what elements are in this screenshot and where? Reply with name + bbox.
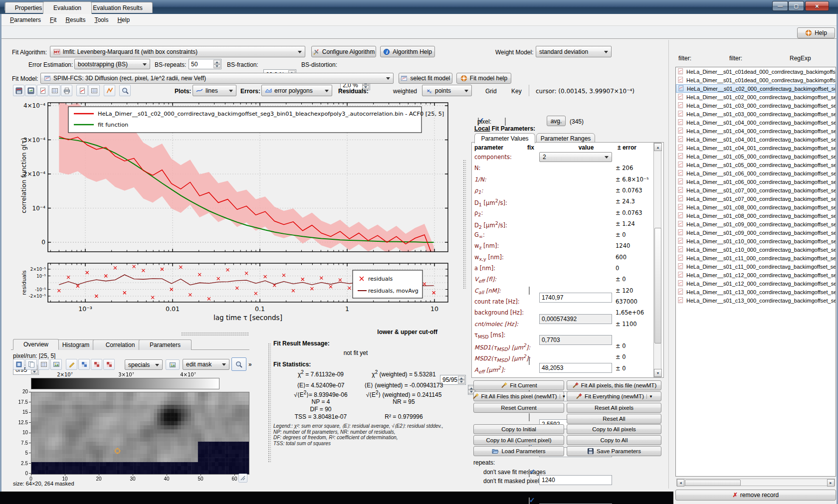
- copy-to-initial-button[interactable]: Copy to Initial: [473, 424, 564, 434]
- record-list-item[interactable]: HeLa_Dimer__s01_c12_000_corrdirectavg_ba…: [676, 271, 836, 279]
- copy-to-all-button[interactable]: Copy to All: [567, 435, 661, 445]
- weight-model-select[interactable]: standard deviation: [536, 46, 612, 57]
- record-list-item[interactable]: HeLa_Dimer__s01_c06_000_corrdirectavg_ba…: [676, 169, 836, 177]
- record-list-item[interactable]: HeLa_Dimer__s01_c04_001_corrdirectavg_ba…: [676, 144, 836, 152]
- edit-pencil-icon[interactable]: [66, 359, 77, 370]
- record-list-item[interactable]: HeLa_Dimer__s01_c08_000_corrdirectavg_ba…: [676, 203, 836, 211]
- vertical-splitter[interactable]: [268, 343, 271, 463]
- close-button[interactable]: ✕: [805, 1, 829, 11]
- zoom-mask-button[interactable]: [231, 357, 246, 371]
- residual-style-select[interactable]: ×xpoints: [422, 85, 472, 96]
- fit-all-files-this-pixel-newmt-button[interactable]: Fit All Files this pixel (newMT)▼: [473, 391, 564, 401]
- fit-everything-newmt-button[interactable]: Fit Everything (newMT)▼: [567, 391, 661, 401]
- menu-item-tools[interactable]: Tools: [90, 15, 113, 25]
- record-list-item[interactable]: HeLa_Dimer__s01_c07_000_corrdirectavg_ba…: [676, 186, 836, 194]
- record-list-item[interactable]: HeLa_Dimer__s01_c09_000_corrdirectavg_ba…: [676, 228, 836, 237]
- mask-red-icon[interactable]: [91, 359, 102, 370]
- avg-button[interactable]: avg.: [547, 116, 566, 126]
- record-list-item[interactable]: HeLa_Dimer__s01_c13_000_corrdirectavg_ba…: [676, 288, 836, 296]
- overview-tab-parameters[interactable]: Parameters: [139, 339, 192, 350]
- correlation-plot[interactable]: 4×10⁻⁴3×10⁻⁴2×10⁻⁴10⁻⁴02×10⁻⁵10⁻⁵-10⁻⁵-2…: [20, 101, 459, 326]
- more-tools-button[interactable]: »: [248, 361, 252, 368]
- record-list-item[interactable]: HeLa_Dimer__s01_c05_000_corrdirectavg_ba…: [676, 161, 836, 169]
- algorithm-help-button[interactable]: iAlgorithm Help: [380, 46, 435, 57]
- parameter-scrollbar[interactable]: ▲ ▼: [653, 143, 661, 377]
- error-estimation-select[interactable]: bootstrapping (BS): [74, 59, 150, 69]
- mask-blue-icon[interactable]: [78, 359, 90, 370]
- plots-select[interactable]: lines: [193, 85, 236, 96]
- copy-data-icon[interactable]: [38, 359, 49, 370]
- overview-tab-overview[interactable]: Overview: [13, 339, 59, 350]
- save-chart-icon[interactable]: [37, 85, 48, 96]
- key-checkbox[interactable]: [505, 118, 506, 126]
- param-fix-checkbox[interactable]: [529, 469, 530, 477]
- record-list-item[interactable]: HeLa_Dimer__s01_c07_000_corrdirectavg_ba…: [676, 194, 836, 203]
- tab-evaluation[interactable]: Evaluation: [43, 1, 92, 14]
- errors-select[interactable]: error polygons: [261, 85, 332, 96]
- record-list-item[interactable]: HeLa_Dimer__s01_c05_000_corrdirectavg_ba…: [676, 152, 836, 161]
- record-list-item[interactable]: HeLa_Dimer__s01_c02_000_corrdirectavg_ba…: [676, 84, 836, 93]
- help-button[interactable]: Help: [797, 27, 835, 38]
- tab-evaluation-results[interactable]: Evaluation Results: [83, 2, 153, 13]
- maximize-button[interactable]: ▢: [788, 1, 804, 11]
- reset-all-button[interactable]: Reset All: [567, 414, 661, 424]
- record-list-item[interactable]: HeLa_Dimer__s01_c11_000_corrdirectavg_ba…: [676, 262, 836, 271]
- fit-model-help-button[interactable]: Fit model help: [456, 73, 511, 84]
- menu-item-fit[interactable]: Fit: [45, 15, 61, 25]
- record-list-item[interactable]: HeLa_Dimer__s01_c04_000_corrdirectavg_ba…: [676, 127, 836, 135]
- specials-select[interactable]: specials: [125, 359, 163, 370]
- horizontal-splitter[interactable]: [181, 332, 249, 336]
- save-parameters-button[interactable]: Save Parameters: [567, 446, 661, 456]
- param-value-field[interactable]: 1240: [539, 475, 612, 485]
- menu-item-results[interactable]: Results: [61, 15, 90, 25]
- record-list-item[interactable]: HeLa_Dimer__s01_c01dead_000_corrdirectav…: [676, 67, 836, 76]
- minimize-button[interactable]: —: [772, 1, 788, 11]
- reset-all-pixels-button[interactable]: Reset All pixels: [567, 403, 661, 413]
- matlab-plot-icon[interactable]: [104, 85, 115, 96]
- param-components-select[interactable]: 2: [539, 152, 612, 162]
- overview-image[interactable]: [31, 392, 249, 475]
- print-icon[interactable]: [61, 85, 72, 96]
- record-list-item[interactable]: HeLa_Dimer__s01_c04_001_corrdirectavg_ba…: [676, 135, 836, 144]
- bs-repeats-input[interactable]: 50: [189, 59, 221, 69]
- select-fit-model-button[interactable]: select fit model: [399, 73, 452, 84]
- record-list[interactable]: HeLa_Dimer__s01_c01dead_000_corrdirectav…: [675, 67, 836, 477]
- save-plot-data-icon[interactable]: [13, 85, 24, 96]
- zoom-plot-icon[interactable]: [119, 85, 131, 96]
- reset-current-button[interactable]: Reset Current: [473, 403, 564, 413]
- record-list-item[interactable]: HeLa_Dimer__s01_c02_000_corrdirectavg_ba…: [676, 93, 836, 101]
- record-list-item[interactable]: HeLa_Dimer__s01_c06_000_corrdirectavg_ba…: [676, 177, 836, 186]
- mask-clear-icon[interactable]: [103, 359, 115, 370]
- copy-view-icon[interactable]: [25, 359, 37, 370]
- tab-parameter-values[interactable]: Parameter Values: [474, 133, 535, 144]
- param-value-field[interactable]: 0,7703: [539, 335, 612, 345]
- copy-to-all-pixels-button[interactable]: Copy to All pixels: [567, 424, 661, 434]
- record-list-item[interactable]: HeLa_Dimer__s01_c13_000_corrdirectavg_ba…: [676, 296, 836, 305]
- menu-item-parameters[interactable]: Parameters: [5, 15, 45, 25]
- record-list-item[interactable]: HeLa_Dimer__s01_c04_000_corrdirectavg_ba…: [676, 118, 836, 127]
- remove-record-button[interactable]: ✗remove record: [675, 490, 836, 501]
- record-list-item[interactable]: HeLa_Dimer__s01_c01dead_000_corrdirectav…: [676, 76, 836, 84]
- copy-to-all-current-pixel-button[interactable]: Copy to All (Current pixel): [473, 435, 564, 445]
- copy-image-icon[interactable]: [50, 359, 62, 370]
- record-list-item[interactable]: HeLa_Dimer__s01_c03_000_corrdirectavg_ba…: [676, 110, 836, 118]
- param-fix-checkbox[interactable]: [529, 413, 530, 421]
- fit-model-select[interactable]: SPIM-FCS: 3D Diffusion (rect. pixel, 1/e…: [40, 73, 394, 84]
- record-list-item[interactable]: HeLa_Dimer__s01_c09_000_corrdirectavg_ba…: [676, 220, 836, 228]
- save-table-icon[interactable]: [49, 85, 60, 96]
- save-plot-image-icon[interactable]: [25, 85, 36, 96]
- edit-mask-select[interactable]: edit mask: [183, 359, 229, 370]
- param-value-field[interactable]: 1740,97: [539, 293, 612, 303]
- record-list-item[interactable]: HeLa_Dimer__s01_c12_000_corrdirectavg_ba…: [676, 279, 836, 288]
- param-value-field[interactable]: 0,000574392: [539, 314, 612, 324]
- copy-table-icon[interactable]: [88, 85, 100, 96]
- record-list-item[interactable]: HeLa_Dimer__s01_c10_000_corrdirectavg_ba…: [676, 245, 836, 254]
- configure-algorithm-button[interactable]: Configure Algorithm: [311, 46, 376, 57]
- menu-item-help[interactable]: Help: [113, 15, 134, 25]
- param-value-field[interactable]: 48,2053: [539, 363, 612, 373]
- load-parameters-button[interactable]: Load Parameters: [473, 446, 564, 456]
- record-list-item[interactable]: HeLa_Dimer__s01_c03_000_corrdirectavg_ba…: [676, 101, 836, 110]
- record-list-item[interactable]: HeLa_Dimer__s01_c10_000_corrdirectavg_ba…: [676, 237, 836, 245]
- param-fix-checkbox[interactable]: [529, 498, 530, 504]
- record-list-hscrollbar[interactable]: ◄ ►: [676, 479, 835, 486]
